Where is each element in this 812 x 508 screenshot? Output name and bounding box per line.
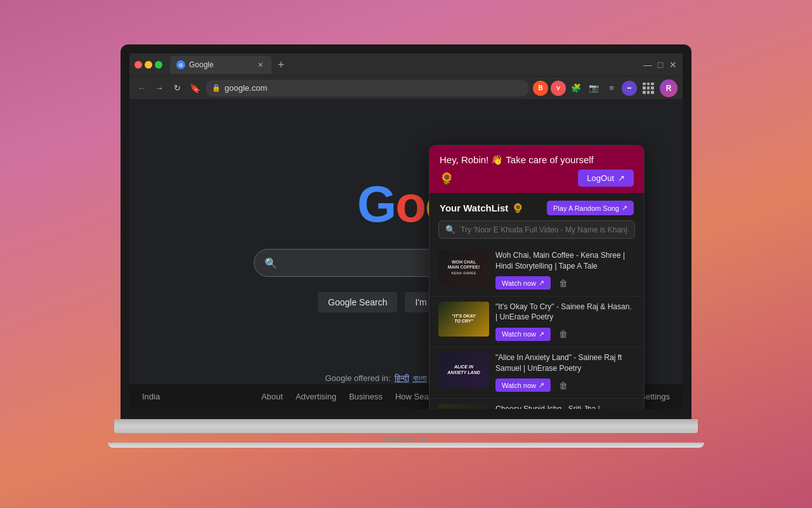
logo-o1: o <box>395 175 425 234</box>
watch-now-label: Watch now <box>502 382 536 389</box>
watchlist-item: Alice In Anxiety Land "Alice In Anxiety … <box>429 347 644 399</box>
screen-bezel: G Google ✕ + — □ ✕ <box>121 44 691 419</box>
thumb-label: "It's Okay To Cry" <box>449 311 478 327</box>
delete-item-button[interactable]: 🗑 <box>556 276 571 291</box>
watch-now-button[interactable]: Watch now ↗ <box>495 378 551 392</box>
win-minimize-icon[interactable]: — <box>643 60 652 69</box>
google-tab[interactable]: G Google ✕ <box>170 56 272 74</box>
popup-search-bar[interactable]: 🔍 <box>438 220 635 239</box>
country-label: India <box>142 392 160 401</box>
item-actions: Watch now ↗ 🗑 <box>495 326 635 342</box>
bookmark-button[interactable]: 🔖 <box>188 81 202 95</box>
watch-link-icon: ↗ <box>539 330 544 338</box>
address-bar[interactable]: 🔒 google.com <box>206 80 529 97</box>
menu-icon[interactable]: ≡ <box>604 81 619 96</box>
popup-greeting: Hey, Robin! 👋 Take care of yourself <box>440 154 634 166</box>
item-content: Woh Chai, Main Coffee - Kena Shree | Hin… <box>495 250 635 291</box>
lang-bengali[interactable]: বাংলা <box>413 373 427 384</box>
extension-area: B V 🧩 📷 ≡ •• R <box>533 79 678 97</box>
popup-watchlist-header: Your WatchList 🌻 Play A Random Song ↗ <box>429 193 644 220</box>
external-link-icon: ↗ <box>622 204 627 212</box>
item-content: Cheesy Stupid Ishq - Sriti Jha | Storyte… <box>495 404 635 409</box>
logo-g: G <box>357 175 395 234</box>
popup-search-icon: 🔍 <box>445 225 455 234</box>
popup-search-input[interactable] <box>461 225 628 234</box>
about-link[interactable]: About <box>261 392 283 401</box>
item-thumbnail: Cheesy Stupid Ishq <box>438 404 489 409</box>
screenshot-icon[interactable]: 📷 <box>586 81 601 96</box>
watch-now-button[interactable]: Watch now ↗ <box>495 328 551 341</box>
window-controls <box>134 61 162 69</box>
business-link[interactable]: Business <box>349 392 383 401</box>
tab-close-button[interactable]: ✕ <box>255 60 265 70</box>
watchlist-item: "It's Okay To Cry" "It's Okay To Cry" - … <box>429 297 644 348</box>
watch-now-label: Watch now <box>502 330 536 338</box>
address-text: google.com <box>225 83 523 93</box>
logout-arrow-icon: ↗ <box>618 173 625 183</box>
popup-watchlist: Woh Chai, Main Coffee! Kena Shree Woh Ch… <box>429 245 644 409</box>
item-thumbnail: Woh Chai, Main Coffee! Kena Shree <box>438 250 489 285</box>
watch-link-icon: ↗ <box>539 381 544 389</box>
win-close-icon[interactable]: ✕ <box>669 60 678 69</box>
lock-icon: 🔒 <box>212 84 221 92</box>
back-button[interactable]: ← <box>134 81 148 95</box>
logout-button[interactable]: LogOut ↗ <box>578 170 634 187</box>
close-button[interactable] <box>134 61 142 69</box>
delete-item-button[interactable]: 🗑 <box>556 378 571 393</box>
watchlist-title: Your WatchList 🌻 <box>440 203 524 214</box>
tab-area: G Google ✕ + <box>170 56 639 74</box>
item-title: Cheesy Stupid Ishq - Sriti Jha | Storyte… <box>495 404 635 409</box>
macbook-foot <box>108 443 704 448</box>
popup-header: Hey, Robin! 👋 Take care of yourself 🌻 Lo… <box>429 145 644 193</box>
extensions-icon[interactable]: 🧩 <box>568 81 584 96</box>
apps-icon[interactable] <box>639 79 657 97</box>
lang-hindi[interactable]: हिन्दी <box>395 373 409 384</box>
google-homepage: G o o 🔍 Google Search I'm Feeling Lucky <box>129 99 683 409</box>
brave-shield-icon[interactable]: B <box>533 81 548 96</box>
watch-now-label: Watch now <box>502 279 536 287</box>
item-content: "Alice In Anxiety Land" - Sainee Raj ft … <box>495 352 635 393</box>
new-tab-button[interactable]: + <box>273 57 289 73</box>
vpn-icon[interactable]: V <box>551 81 566 96</box>
watchlist-item: Cheesy Stupid Ishq Cheesy Stupid Ishq - … <box>429 399 644 409</box>
greeting-text: Hey, Robin! 👋 Take care of yourself <box>440 154 594 166</box>
watchlist-item: Woh Chai, Main Coffee! Kena Shree Woh Ch… <box>429 245 644 297</box>
offered-in-label: Google offered in: <box>325 373 390 384</box>
maximize-button[interactable] <box>155 61 162 69</box>
thumb-label: Alice In Anxiety Land <box>445 362 483 378</box>
item-title: "Alice In Anxiety Land" - Sainee Raj ft … <box>495 352 635 374</box>
delete-item-button[interactable]: 🗑 <box>556 326 571 342</box>
advertising-link[interactable]: Advertising <box>296 392 336 401</box>
popup-logout-row: 🌻 LogOut ↗ <box>440 170 634 187</box>
watch-now-button[interactable]: Watch now ↗ <box>495 276 551 290</box>
tab-title: Google <box>189 60 214 69</box>
watchlist-icon: 🌻 <box>512 203 524 214</box>
thumb-label: Woh Chai, Main Coffee! Kena Shree <box>445 257 483 279</box>
macbook-label: MacBook Air <box>383 435 429 443</box>
forward-button[interactable]: → <box>152 81 166 95</box>
tab-favicon: G <box>176 60 185 69</box>
browser-window: G Google ✕ + — □ ✕ <box>129 53 683 409</box>
item-thumbnail: "It's Okay To Cry" <box>438 302 489 337</box>
user-avatar[interactable]: R <box>660 79 678 97</box>
watch-link-icon: ↗ <box>539 279 544 287</box>
random-song-button[interactable]: Play A Random Song ↗ <box>547 201 634 215</box>
extension-popup: Hey, Robin! 👋 Take care of yourself 🌻 Lo… <box>429 145 645 409</box>
google-search-button[interactable]: Google Search <box>318 292 397 312</box>
macbook-base <box>114 419 698 433</box>
item-title: Woh Chai, Main Coffee - Kena Shree | Hin… <box>495 250 635 272</box>
item-title: "It's Okay To Cry" - Sainee Raj & Hasan.… <box>495 302 635 323</box>
item-actions: Watch now ↗ 🗑 <box>495 378 635 393</box>
popup-sunflower: 🌻 <box>440 171 454 185</box>
refresh-button[interactable]: ↻ <box>170 81 184 95</box>
item-actions: Watch now ↗ 🗑 <box>495 276 635 291</box>
logout-label: LogOut <box>587 173 614 183</box>
macbook-notch <box>401 44 411 50</box>
settings-link[interactable]: Settings <box>640 392 670 401</box>
item-thumbnail: Alice In Anxiety Land <box>438 352 489 387</box>
window-titlebar-controls: — □ ✕ <box>643 60 678 69</box>
win-restore-icon[interactable]: □ <box>656 60 665 69</box>
macbook-container: G Google ✕ + — □ ✕ <box>121 44 691 464</box>
profile-button[interactable]: •• <box>622 81 637 96</box>
minimize-button[interactable] <box>145 61 152 69</box>
